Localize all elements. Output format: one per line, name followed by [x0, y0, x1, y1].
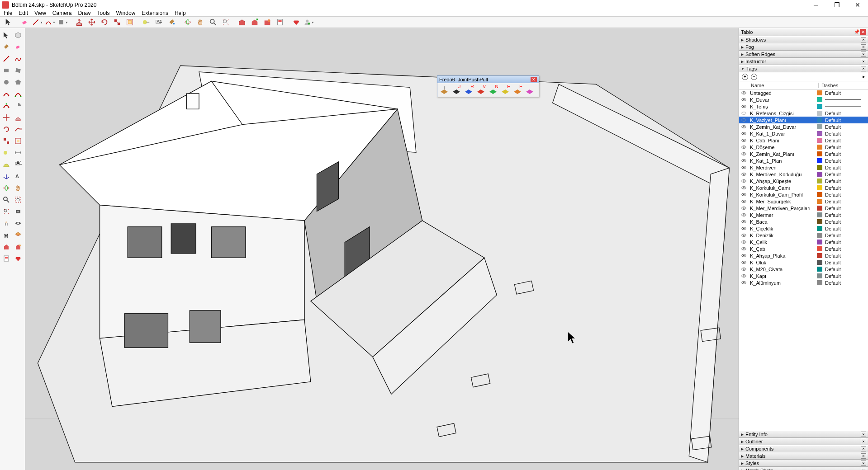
tag-dash[interactable]: Default — [824, 226, 868, 231]
shape-tool-icon[interactable]: ▼ — [57, 17, 69, 28]
visibility-icon[interactable] — [739, 104, 748, 109]
panel-outliner[interactable]: ▶Outliner× — [739, 438, 868, 445]
jpp-dark-icon[interactable]: J — [451, 84, 462, 96]
tag-row[interactable]: K_Kat_1_DuvarDefault — [739, 130, 868, 137]
tag-dash[interactable]: Default — [824, 192, 868, 197]
visibility-icon[interactable] — [739, 273, 748, 278]
tag-dash[interactable]: Default — [824, 158, 868, 164]
tag-row[interactable]: K_Ahşap_KüpeşteDefault — [739, 178, 868, 184]
tag-color-swatch[interactable] — [817, 226, 822, 231]
panel-components[interactable]: ▶Components× — [739, 445, 868, 452]
tag-dash[interactable]: Default — [824, 233, 868, 238]
position-camera-icon[interactable] — [13, 206, 24, 217]
panel-shadows[interactable]: ▶Shadows× — [739, 36, 868, 43]
menu-edit[interactable]: Edit — [19, 10, 28, 16]
tag-dash[interactable]: Default — [824, 273, 868, 279]
pushpull-tool-icon[interactable] — [73, 17, 85, 28]
panel-close-icon[interactable]: × — [861, 44, 866, 50]
tray-close-icon[interactable]: ✕ — [860, 29, 866, 35]
warehouse-side-icon[interactable] — [13, 241, 24, 252]
section-icon[interactable] — [13, 230, 24, 240]
polygon-icon[interactable] — [13, 77, 24, 88]
visibility-icon[interactable] — [739, 233, 748, 238]
tag-color-swatch[interactable] — [817, 185, 822, 190]
tag-color-swatch[interactable] — [817, 179, 822, 183]
visibility-icon[interactable] — [739, 206, 748, 211]
jpp-green-icon[interactable]: N — [487, 84, 499, 96]
2arc-icon[interactable] — [13, 89, 24, 99]
visibility-icon[interactable] — [739, 131, 748, 136]
look-around-icon[interactable] — [1, 218, 12, 229]
tag-color-swatch[interactable] — [817, 172, 822, 177]
orbit-icon[interactable] — [1, 183, 12, 193]
tag-color-swatch[interactable] — [817, 131, 822, 136]
jpp-classic-icon[interactable] — [438, 84, 450, 96]
paint-icon[interactable] — [1, 42, 12, 52]
menu-window[interactable]: Window — [116, 10, 136, 16]
tag-color-swatch[interactable] — [817, 273, 822, 278]
tag-color-swatch[interactable] — [817, 246, 822, 251]
tag-dash[interactable]: Default — [824, 212, 868, 218]
tag-row[interactable]: K_ÇelikDefault — [739, 239, 868, 245]
tag-dash[interactable]: Default — [824, 253, 868, 258]
scale-icon[interactable] — [1, 136, 12, 146]
tag-dash[interactable]: Default — [824, 165, 868, 170]
tag-dash[interactable]: Default — [824, 90, 868, 96]
tag-dash[interactable]: Default — [824, 246, 868, 252]
3dtext-icon[interactable]: A — [13, 171, 24, 182]
select-icon[interactable] — [1, 30, 12, 41]
tag-row[interactable]: K_Zemin_Kat_DuvarDefault — [739, 123, 868, 130]
menu-tools[interactable]: Tools — [97, 10, 110, 16]
panel-fog[interactable]: ▶Fog× — [739, 43, 868, 51]
zoom-extents-tool-icon[interactable] — [220, 17, 232, 28]
move-tool-icon[interactable] — [86, 17, 98, 28]
tag-row[interactable]: K_Korkuluk_CamıDefault — [739, 184, 868, 191]
jpp-magenta-icon[interactable] — [524, 84, 536, 96]
select-tool-icon[interactable] — [3, 17, 14, 28]
panel-close-icon[interactable]: × — [861, 453, 866, 459]
visibility-icon[interactable] — [739, 246, 748, 251]
tag-dash[interactable]: Default — [824, 240, 868, 245]
label-icon[interactable]: A1 — [13, 159, 24, 170]
palette-close-icon[interactable]: ✕ — [531, 77, 537, 82]
visibility-icon[interactable] — [739, 280, 748, 285]
geolocation-icon[interactable] — [1, 241, 12, 252]
tags-col-name[interactable]: Name — [748, 83, 818, 88]
tag-dash[interactable]: Default — [824, 124, 868, 130]
tags-col-dashes[interactable]: Dashes — [818, 83, 868, 88]
zoom-icon[interactable] — [1, 194, 12, 205]
tag-row[interactable]: K_Duvar — [739, 96, 868, 103]
panel-close-icon[interactable]: × — [861, 446, 866, 451]
visibility-icon[interactable] — [739, 97, 748, 102]
tag-dash[interactable]: Default — [824, 118, 868, 123]
tag-color-swatch[interactable] — [817, 199, 822, 204]
tag-color-swatch[interactable] — [817, 151, 822, 156]
pie-icon[interactable] — [13, 100, 24, 111]
tag-row[interactable]: K_Çatı_PlanıDefault — [739, 137, 868, 144]
add-tag-icon[interactable]: + — [742, 74, 748, 80]
tag-color-swatch[interactable] — [817, 260, 822, 265]
tag-row[interactable]: K_OlukDefault — [739, 259, 868, 266]
tag-row[interactable]: K_Mer_SüpürgelikDefault — [739, 198, 868, 205]
arc-tool-icon[interactable]: ▼ — [44, 17, 56, 28]
walk-icon[interactable] — [13, 218, 24, 229]
axes-icon[interactable] — [1, 171, 12, 182]
tag-color-swatch[interactable] — [817, 124, 822, 129]
tag-color-swatch[interactable] — [817, 267, 822, 272]
tag-color-swatch[interactable] — [817, 158, 822, 163]
tag-row[interactable]: K_Zemin_Kat_PlanıDefault — [739, 150, 868, 157]
line-tool-icon[interactable]: ▼ — [32, 17, 43, 28]
tag-row[interactable]: K_Korkuluk_Cam_ProfilDefault — [739, 191, 868, 198]
panel-match-photo[interactable]: ▶Match Photo× — [739, 467, 868, 470]
visibility-icon[interactable] — [739, 165, 748, 170]
dimension-icon[interactable] — [13, 147, 24, 158]
menu-camera[interactable]: Camera — [52, 10, 72, 16]
tag-dash[interactable]: Default — [824, 151, 868, 157]
menu-file[interactable]: File — [4, 10, 12, 16]
circle-icon[interactable] — [1, 77, 12, 88]
pushpull-icon[interactable] — [13, 112, 24, 123]
visibility-icon[interactable] — [739, 260, 748, 265]
panel-close-icon[interactable]: × — [861, 66, 866, 71]
visibility-icon[interactable] — [739, 118, 748, 122]
tray-pin-icon[interactable]: 📌 — [854, 29, 860, 35]
